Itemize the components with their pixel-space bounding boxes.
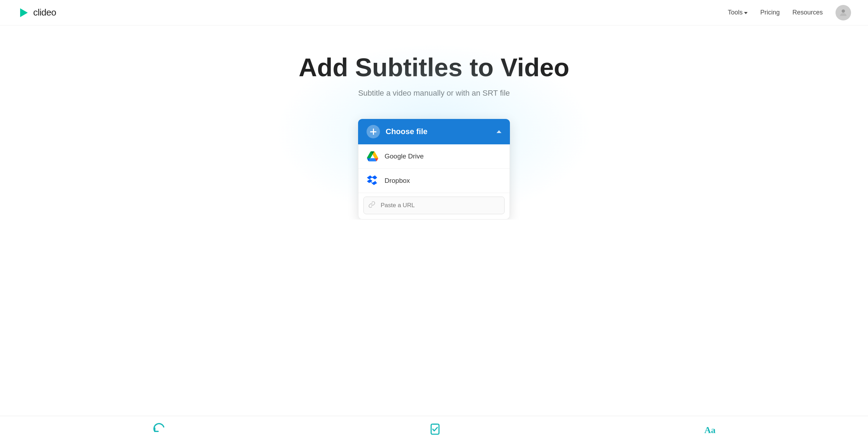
svg-point-0 xyxy=(842,9,845,12)
dropbox-option[interactable]: Dropbox xyxy=(358,169,510,193)
nav-links: Tools Pricing Resources xyxy=(728,5,851,20)
chevron-down-icon xyxy=(744,12,748,14)
plus-icon xyxy=(367,125,380,138)
url-input-row xyxy=(358,193,510,219)
file-source-dropdown: Google Drive Dropbox xyxy=(358,144,510,220)
nav-pricing[interactable]: Pricing xyxy=(760,9,780,16)
logo-text: clideo xyxy=(33,7,56,18)
google-drive-option[interactable]: Google Drive xyxy=(358,144,510,169)
navbar: clideo Tools Pricing Resources xyxy=(0,0,868,25)
link-icon xyxy=(368,201,375,210)
logo[interactable]: clideo xyxy=(17,6,56,19)
dropbox-label: Dropbox xyxy=(385,177,410,185)
choose-file-button[interactable]: Choose file xyxy=(358,119,510,144)
file-chooser: Choose file Google Drive xyxy=(358,119,510,220)
page-subtitle: Subtitle a video manually or with an SRT… xyxy=(7,89,861,98)
hero-section: Add Subtitles to Video Subtitle a video … xyxy=(0,25,868,220)
nav-resources[interactable]: Resources xyxy=(792,9,823,16)
dropbox-icon xyxy=(367,175,378,186)
page-title: Add Subtitles to Video xyxy=(7,54,861,82)
google-drive-label: Google Drive xyxy=(385,152,424,160)
url-input[interactable] xyxy=(363,197,505,214)
choose-file-label: Choose file xyxy=(386,127,428,136)
chevron-up-icon xyxy=(497,130,501,133)
google-drive-icon xyxy=(367,151,378,162)
logo-play-icon xyxy=(20,8,28,17)
nav-tools[interactable]: Tools xyxy=(728,9,748,16)
user-avatar[interactable] xyxy=(836,5,851,20)
file-chooser-container: Choose file Google Drive xyxy=(7,119,861,220)
